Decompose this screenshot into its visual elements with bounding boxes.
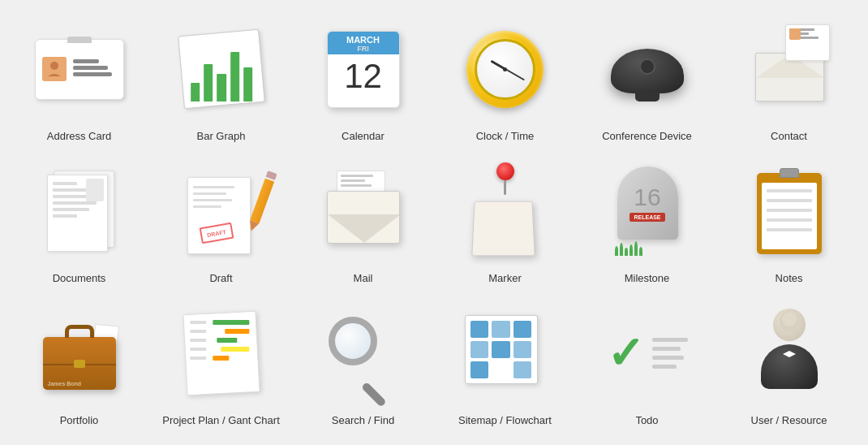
notes-icon: [753, 169, 826, 254]
gantt-label: [190, 348, 206, 351]
svg-point-0: [50, 62, 58, 70]
icon-cell-marker: Marker: [434, 158, 576, 284]
briefcase-handle: [65, 325, 94, 338]
clock-face: [475, 39, 535, 100]
marker-icon: [465, 166, 546, 256]
bar-graph-icon: [178, 29, 264, 109]
conf-leg: [635, 92, 660, 102]
icon-gallery: Address Card Bar Graph MARCH FRI: [0, 0, 868, 443]
icon-label-todo: Todo: [635, 414, 658, 426]
icon-cell-conference: Conference Device: [576, 16, 718, 142]
small-card: [785, 24, 830, 61]
card-lines: [73, 59, 117, 79]
icon-label-notes: Notes: [776, 272, 803, 284]
icon-wrapper: MARCH FRI 12: [307, 16, 420, 122]
stamp-mark: DRAFT: [199, 222, 234, 244]
todo-line: [652, 347, 681, 351]
milestone-grass: [611, 240, 684, 256]
draft-lines: [188, 178, 250, 217]
gantt-label: [190, 339, 206, 342]
icon-wrapper: [591, 16, 704, 122]
icon-wrapper: [449, 300, 562, 406]
grass-blade: [615, 246, 618, 256]
todo-line: [652, 338, 688, 342]
grass-blade: [639, 247, 642, 256]
cal-header: MARCH FRI: [328, 32, 399, 54]
gantt-row: [190, 356, 251, 361]
icon-cell-project-plan: Project Plan / Gant Chart: [150, 300, 292, 426]
bowtie-center: [788, 352, 791, 356]
user-resource-icon: [753, 309, 826, 398]
pin-needle: [504, 180, 506, 195]
icon-wrapper: [449, 16, 562, 122]
gantt-inner: [185, 313, 256, 371]
site-cell: [471, 341, 489, 358]
bar: [230, 52, 238, 102]
card-line: [73, 59, 99, 63]
briefcase-clasp: [74, 360, 85, 368]
minute-hand: [505, 68, 524, 80]
icon-cell-user-resource: User / Resource: [718, 300, 860, 426]
draft-line: [193, 186, 234, 188]
icon-cell-milestone: 16 RELEASE Milestone: [576, 158, 718, 284]
sitemap-icon: [465, 315, 546, 392]
icon-wrapper: [733, 158, 846, 264]
bar: [243, 67, 251, 102]
svg-point-2: [782, 312, 797, 326]
gravestone: 16 RELEASE: [617, 166, 678, 240]
clipboard-clip: [780, 168, 799, 178]
icon-label-calendar: Calendar: [342, 130, 385, 142]
doc-line: [53, 201, 97, 205]
icon-cell-contact: Contact: [718, 16, 860, 142]
pushpin-icon: [496, 162, 514, 195]
icon-wrapper: [165, 16, 278, 122]
card-avatar: [42, 57, 67, 81]
letter-line: [341, 184, 372, 187]
milestone-icon: 16 RELEASE: [611, 166, 684, 256]
icon-label-address-card: Address Card: [47, 130, 111, 142]
card-line: [73, 72, 113, 76]
gantt-bar: [221, 347, 249, 352]
todo-lines: [652, 338, 688, 369]
notes-line: [767, 199, 812, 202]
pin-head: [496, 162, 514, 180]
gantt-bar: [213, 320, 249, 325]
icon-wrapper: [307, 300, 420, 406]
address-card-icon: [35, 39, 124, 100]
clock-icon: [466, 31, 544, 108]
icon-cell-todo: ✓ Todo: [576, 300, 718, 426]
icon-label-milestone: Milestone: [625, 272, 670, 284]
magnifier-glass: [329, 317, 377, 365]
notes-line: [767, 228, 812, 231]
icon-label-bar-graph: Bar Graph: [197, 130, 246, 142]
todo-line: [652, 365, 677, 369]
gantt-bar: [225, 329, 249, 334]
bar: [204, 64, 213, 102]
icon-label-documents: Documents: [53, 272, 106, 284]
site-cell: [471, 361, 489, 378]
small-avatar: [789, 28, 801, 40]
gantt-bar: [217, 338, 237, 343]
icon-wrapper: James Bond: [23, 300, 136, 406]
portfolio-icon: James Bond: [39, 317, 120, 390]
user-head: [773, 309, 806, 341]
icon-wrapper: [23, 16, 136, 122]
doc-line: [53, 195, 90, 198]
release-banner: RELEASE: [630, 213, 664, 222]
icon-cell-clock: Clock / Time: [434, 16, 576, 142]
icon-label-user-resource: User / Resource: [751, 414, 827, 426]
icon-wrapper: [449, 158, 562, 264]
icon-wrapper: [733, 16, 846, 122]
magnifier-handle: [361, 382, 387, 408]
icon-label-marker: Marker: [488, 272, 521, 284]
icon-wrapper: [307, 158, 420, 264]
big-checkmark-icon: ✓: [607, 331, 644, 376]
site-cell: [492, 361, 510, 378]
site-cell: [492, 341, 510, 358]
grass-blade: [634, 241, 638, 256]
site-cell: [513, 361, 532, 378]
conf-body: [611, 49, 684, 93]
icon-cell-bar-graph: Bar Graph: [150, 16, 292, 142]
search-icon: [324, 313, 402, 394]
gantt-row: [190, 320, 251, 325]
